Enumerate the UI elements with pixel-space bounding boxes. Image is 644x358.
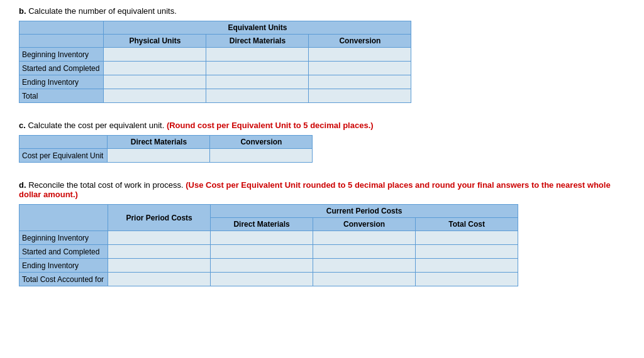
- part-c-letter: c.: [19, 121, 26, 130]
- part-b-section: b. Calculate the number of equivalent un…: [19, 6, 625, 103]
- total-physical-input[interactable]: [104, 89, 206, 103]
- table-row: Ending Inventory: [19, 75, 411, 89]
- row-beginning-inventory: Beginning Inventory: [19, 48, 104, 62]
- current-period-header: Current Period Costs: [211, 205, 518, 218]
- part-c-section: c. Calculate the cost per equivalent uni…: [19, 121, 625, 163]
- total-conv-input[interactable]: [309, 89, 411, 103]
- table-row: Total: [19, 89, 411, 103]
- started-physical-input[interactable]: [104, 62, 206, 75]
- d-started-prior-input[interactable]: [108, 245, 211, 259]
- col-conversion: Conversion: [309, 35, 411, 48]
- col-dm-d: Direct Materials: [211, 218, 313, 231]
- empty-subheader: [19, 35, 104, 48]
- part-d-section: d. Reconcile the total cost of work in p…: [19, 180, 625, 286]
- row-started-completed: Started and Completed: [19, 62, 104, 75]
- row-cost-per-equiv: Cost per Equivalent Unit: [19, 149, 108, 163]
- d-started-total-input[interactable]: [416, 245, 518, 259]
- d-ending-dm-input[interactable]: [211, 259, 313, 273]
- cost-dm-input[interactable]: [108, 149, 210, 163]
- part-d-table: Prior Period Costs Current Period Costs …: [19, 204, 518, 286]
- started-dm-input[interactable]: [206, 62, 309, 75]
- row-d-total-accounted: Total Cost Accounted for: [19, 273, 108, 286]
- part-d-text: Reconcile the total cost of work in proc…: [28, 180, 183, 190]
- empty-header: [19, 21, 104, 35]
- row-d-started: Started and Completed: [19, 245, 108, 259]
- d-total-total-input[interactable]: [416, 273, 518, 286]
- d-started-dm-input[interactable]: [211, 245, 313, 259]
- col-physical-units: Physical Units: [104, 35, 206, 48]
- part-c-text: Calculate the cost per equivalent unit.: [28, 121, 164, 130]
- d-beginning-total-input[interactable]: [416, 231, 518, 245]
- empty-header-c: [19, 136, 108, 149]
- table-row: Started and Completed: [19, 245, 518, 259]
- d-ending-total-input[interactable]: [416, 259, 518, 273]
- beginning-physical-input[interactable]: [104, 48, 206, 62]
- col-total-d: Total Cost: [416, 218, 518, 231]
- part-b-letter: b.: [19, 6, 26, 16]
- d-started-conv-input[interactable]: [313, 245, 416, 259]
- part-b-table: Equivalent Units Physical Units Direct M…: [19, 21, 411, 103]
- d-total-prior-input[interactable]: [108, 273, 211, 286]
- ending-physical-input[interactable]: [104, 75, 206, 89]
- started-conv-input[interactable]: [309, 62, 411, 75]
- beginning-dm-input[interactable]: [206, 48, 309, 62]
- d-beginning-conv-input[interactable]: [313, 231, 416, 245]
- part-d-label: d. Reconcile the total cost of work in p…: [19, 180, 625, 199]
- table-row: Total Cost Accounted for: [19, 273, 518, 286]
- table-row: Started and Completed: [19, 62, 411, 75]
- total-dm-input[interactable]: [206, 89, 309, 103]
- empty-header-d: [19, 205, 108, 231]
- part-c-highlight: (Round cost per Equivalent Unit to 5 dec…: [167, 121, 374, 130]
- d-total-dm-input[interactable]: [211, 273, 313, 286]
- ending-conv-input[interactable]: [309, 75, 411, 89]
- part-b-label: b. Calculate the number of equivalent un…: [19, 6, 625, 16]
- d-beginning-prior-input[interactable]: [108, 231, 211, 245]
- col-direct-materials: Direct Materials: [206, 35, 309, 48]
- row-ending-inventory: Ending Inventory: [19, 75, 104, 89]
- row-d-beginning: Beginning Inventory: [19, 231, 108, 245]
- col-conv-d: Conversion: [313, 218, 416, 231]
- table-row: Cost per Equivalent Unit: [19, 149, 313, 163]
- prior-period-header: Prior Period Costs: [108, 205, 211, 231]
- col-dm-c: Direct Materials: [108, 136, 210, 149]
- part-d-letter: d.: [19, 180, 26, 190]
- cost-conv-input[interactable]: [210, 149, 313, 163]
- col-conv-c: Conversion: [210, 136, 313, 149]
- ending-dm-input[interactable]: [206, 75, 309, 89]
- d-beginning-dm-input[interactable]: [211, 231, 313, 245]
- part-b-text: Calculate the number of equivalent units…: [28, 6, 177, 16]
- row-d-ending: Ending Inventory: [19, 259, 108, 273]
- d-ending-conv-input[interactable]: [313, 259, 416, 273]
- part-c-table: Direct Materials Conversion Cost per Equ…: [19, 135, 313, 163]
- table-row: Ending Inventory: [19, 259, 518, 273]
- table-row: Beginning Inventory: [19, 48, 411, 62]
- table-row: Beginning Inventory: [19, 231, 518, 245]
- row-total: Total: [19, 89, 104, 103]
- d-total-conv-input[interactable]: [313, 273, 416, 286]
- beginning-conv-input[interactable]: [309, 48, 411, 62]
- part-c-label: c. Calculate the cost per equivalent uni…: [19, 121, 625, 130]
- d-ending-prior-input[interactable]: [108, 259, 211, 273]
- equiv-units-header: Equivalent Units: [104, 21, 411, 35]
